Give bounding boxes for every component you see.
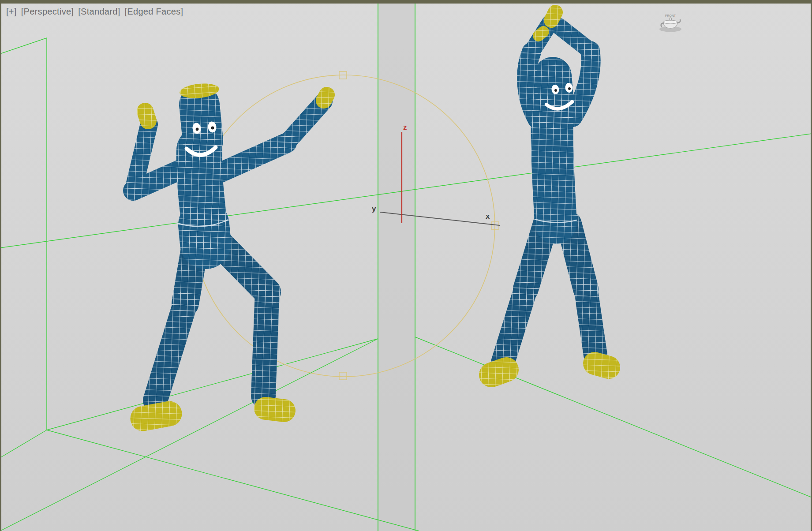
body-wireframe <box>133 101 324 243</box>
3d-scene[interactable]: z y x <box>0 0 812 531</box>
teapot-spout <box>677 19 680 23</box>
pupil-left <box>196 128 199 131</box>
legs-wireframe <box>503 223 595 363</box>
viewport-menu-render-style[interactable]: [Standard] <box>78 7 120 17</box>
rotation-gizmo-ring[interactable] <box>193 75 495 377</box>
viewport-menu-pov[interactable]: [Perspective] <box>21 7 74 17</box>
grid-line <box>0 430 47 458</box>
grid-line <box>47 339 378 430</box>
teapot-knob <box>669 18 672 20</box>
pupil-right <box>568 87 571 90</box>
axis-z-label: z <box>403 123 407 131</box>
tube-man-left[interactable] <box>133 82 327 419</box>
body-wireframe <box>527 23 591 223</box>
axis-x-label: x <box>486 212 490 221</box>
pupil-right <box>211 127 214 130</box>
viewport-menu-shading[interactable]: [Edged Faces] <box>125 7 183 17</box>
grid-line <box>47 430 419 531</box>
axis-y-label: y <box>372 205 376 213</box>
rotation-gizmo[interactable] <box>193 71 499 380</box>
grid-edge-band <box>378 4 415 531</box>
grid-line <box>0 38 47 54</box>
teapot-handle <box>661 23 663 27</box>
teapot-lid <box>663 20 677 24</box>
viewcube-face-label: FRONT <box>665 14 676 17</box>
viewport-label: [+] [Perspective] [Standard] [Edged Face… <box>6 7 183 17</box>
gizmo-handle-bottom[interactable] <box>339 372 347 380</box>
tube-man-right[interactable] <box>491 12 609 375</box>
viewport-border-left <box>0 0 1 531</box>
viewport-border-top <box>0 0 812 4</box>
grid-line <box>0 339 378 531</box>
viewport-perspective[interactable]: [+] [Perspective] [Standard] [Edged Face… <box>0 0 812 531</box>
viewport-menu-general[interactable]: [+] <box>6 7 17 17</box>
pupil-left <box>554 89 557 92</box>
viewcube-teapot-icon[interactable]: FRONT <box>659 14 681 32</box>
